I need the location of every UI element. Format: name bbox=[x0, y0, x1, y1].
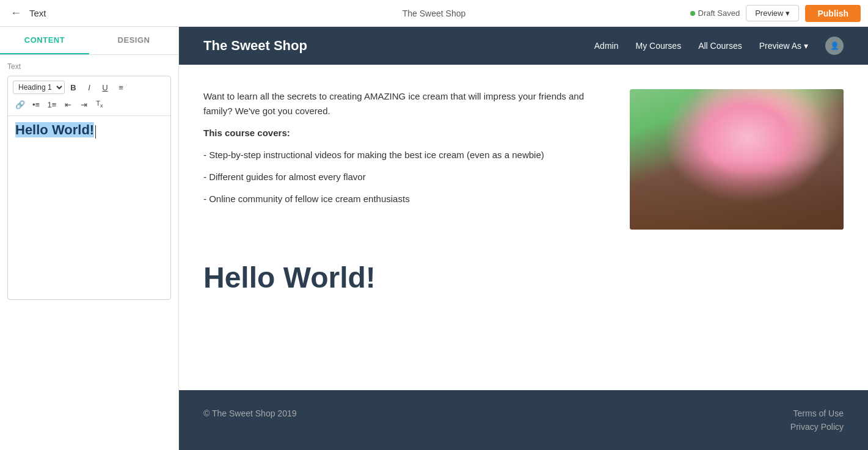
unordered-list-button[interactable]: •≡ bbox=[29, 97, 43, 112]
back-icon: ← bbox=[10, 7, 21, 20]
right-content: The Sweet Shop Admin My Courses All Cour… bbox=[179, 27, 868, 450]
left-panel: CONTENT DESIGN Text Heading 1 B I U ≡ bbox=[0, 27, 179, 450]
ol-icon: 1≡ bbox=[48, 100, 57, 109]
main-layout: CONTENT DESIGN Text Heading 1 B I U ≡ bbox=[0, 27, 868, 450]
avatar[interactable]: 👤 bbox=[825, 37, 844, 55]
site-title: The Sweet Shop bbox=[203, 38, 594, 54]
toolbar-row-2: 🔗 •≡ 1≡ ⇤ ⇥ bbox=[13, 97, 166, 112]
editor-selected-text[interactable]: Hello World! bbox=[15, 122, 94, 137]
preview-as-label: Preview As bbox=[759, 41, 801, 51]
draft-saved-label: Draft Saved bbox=[690, 9, 740, 18]
link-icon: 🔗 bbox=[15, 100, 25, 109]
tab-content[interactable]: CONTENT bbox=[0, 27, 89, 54]
heading-select[interactable]: Heading 1 bbox=[13, 81, 65, 94]
course-covers-paragraph: This course covers: bbox=[203, 126, 611, 140]
link-button[interactable]: 🔗 bbox=[13, 97, 27, 112]
draft-saved-dot bbox=[690, 11, 695, 16]
publish-button[interactable]: Publish bbox=[805, 5, 861, 22]
bullet-1: - Step-by-step instructional videos for … bbox=[203, 148, 611, 162]
indent-less-button[interactable]: ⇤ bbox=[60, 97, 75, 112]
bullet-3: - Online community of fellow ice cream e… bbox=[203, 192, 611, 206]
preview-arrow-icon: ▾ bbox=[786, 9, 790, 18]
avatar-icon: 👤 bbox=[830, 42, 839, 50]
nav-my-courses[interactable]: My Courses bbox=[635, 41, 681, 51]
site-footer: © The Sweet Shop 2019 Terms of Use Priva… bbox=[179, 390, 868, 450]
topbar: ← Text The Sweet Shop Draft Saved Previe… bbox=[0, 0, 868, 27]
footer-links: Terms of Use Privacy Policy bbox=[790, 408, 844, 432]
ordered-list-button[interactable]: 1≡ bbox=[45, 97, 59, 112]
bold-button[interactable]: B bbox=[66, 80, 81, 95]
ul-icon: •≡ bbox=[32, 100, 40, 109]
italic-button[interactable]: I bbox=[82, 80, 97, 95]
underline-button[interactable]: U bbox=[98, 80, 112, 95]
panel-tabs: CONTENT DESIGN bbox=[0, 27, 178, 55]
page-main: Want to learn all the secrets to creatin… bbox=[179, 65, 868, 390]
course-covers-label: This course covers: bbox=[203, 128, 290, 138]
content-text: Want to learn all the secrets to creatin… bbox=[203, 89, 611, 214]
back-button[interactable]: ← bbox=[7, 5, 24, 22]
align-button[interactable]: ≡ bbox=[114, 80, 128, 95]
editor-toolbar: Heading 1 B I U ≡ 🔗 •≡ bbox=[8, 76, 170, 116]
footer-privacy[interactable]: Privacy Policy bbox=[790, 422, 844, 432]
heading-section: Hello World! bbox=[203, 260, 844, 296]
indent-less-icon: ⇤ bbox=[65, 100, 71, 109]
footer-terms[interactable]: Terms of Use bbox=[790, 408, 844, 418]
site-nav: The Sweet Shop Admin My Courses All Cour… bbox=[179, 27, 868, 65]
nav-admin[interactable]: Admin bbox=[594, 41, 619, 51]
editor-content-area[interactable]: Hello World! bbox=[8, 116, 170, 299]
tab-design[interactable]: DESIGN bbox=[89, 27, 178, 54]
indent-more-button[interactable]: ⇥ bbox=[76, 97, 91, 112]
draft-saved-text: Draft Saved bbox=[698, 9, 740, 18]
content-image bbox=[630, 89, 844, 230]
intro-paragraph: Want to learn all the secrets to creatin… bbox=[203, 89, 611, 118]
page-title: Text bbox=[29, 8, 690, 18]
editor-cursor bbox=[95, 125, 96, 139]
hello-world-heading: Hello World! bbox=[203, 260, 844, 296]
toolbar-row-1: Heading 1 B I U ≡ bbox=[13, 80, 166, 95]
preview-as-arrow-icon: ▾ bbox=[804, 41, 808, 51]
indent-more-icon: ⇥ bbox=[81, 100, 87, 109]
nav-all-courses[interactable]: All Courses bbox=[698, 41, 742, 51]
bullet-2: - Different guides for almost every flav… bbox=[203, 170, 611, 184]
topbar-right: Draft Saved Preview ▾ Publish bbox=[690, 5, 861, 22]
clear-format-icon: Tx bbox=[96, 100, 103, 109]
content-block: Want to learn all the secrets to creatin… bbox=[203, 89, 844, 230]
clear-format-button[interactable]: Tx bbox=[92, 97, 107, 112]
ice-cream-image bbox=[630, 89, 844, 230]
panel-content: Text Heading 1 B I U ≡ 🔗 bbox=[0, 55, 178, 450]
footer-copyright: © The Sweet Shop 2019 bbox=[203, 408, 790, 418]
nav-preview-as[interactable]: Preview As ▾ bbox=[759, 41, 808, 51]
text-editor-box: Heading 1 B I U ≡ 🔗 •≡ bbox=[7, 76, 171, 300]
site-name-topbar: The Sweet Shop bbox=[403, 9, 466, 18]
preview-label: Preview bbox=[755, 9, 783, 18]
preview-button[interactable]: Preview ▾ bbox=[746, 5, 799, 21]
section-label: Text bbox=[7, 62, 171, 71]
nav-links: Admin My Courses All Courses Preview As … bbox=[594, 37, 844, 55]
